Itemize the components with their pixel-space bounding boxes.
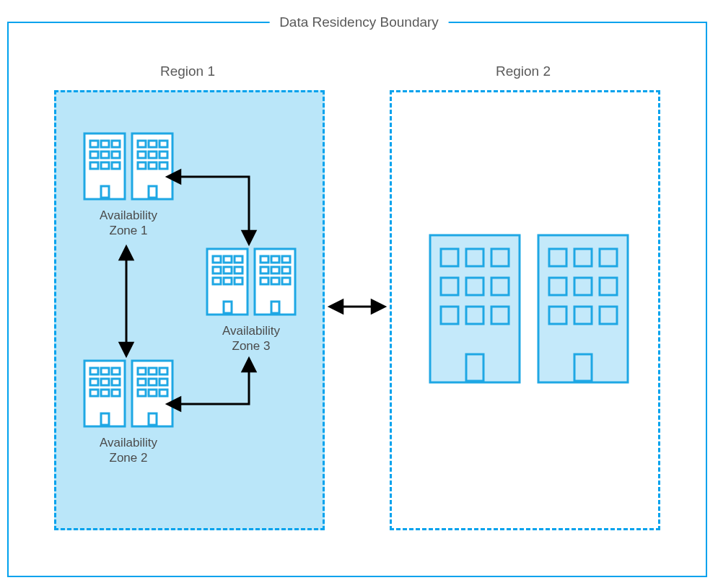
diagram-canvas: Data Residency Boundary Region 1 Region … bbox=[0, 0, 718, 588]
arrow-region1-region2 bbox=[0, 0, 718, 588]
